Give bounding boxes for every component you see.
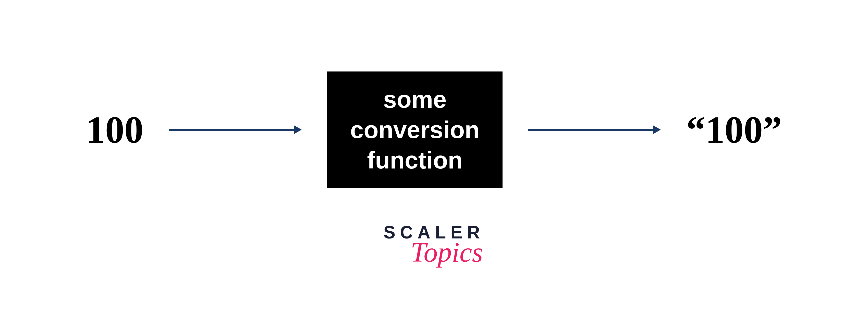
output-string: “100” [686,108,782,152]
input-number: 100 [86,108,144,152]
logo-text-topics: Topics [396,236,497,269]
arrow-icon [528,123,661,136]
box-text-line2: conversion [350,115,479,145]
conversion-diagram: 100 some conversion function “100” [0,71,868,188]
box-text-line1: some [350,84,479,115]
svg-marker-1 [294,125,302,134]
scaler-topics-logo: SCALER Topics [383,222,485,269]
svg-marker-3 [653,125,661,134]
box-text-line3: function [350,145,479,175]
arrow-icon [169,123,302,136]
conversion-function-box: some conversion function [327,71,502,188]
